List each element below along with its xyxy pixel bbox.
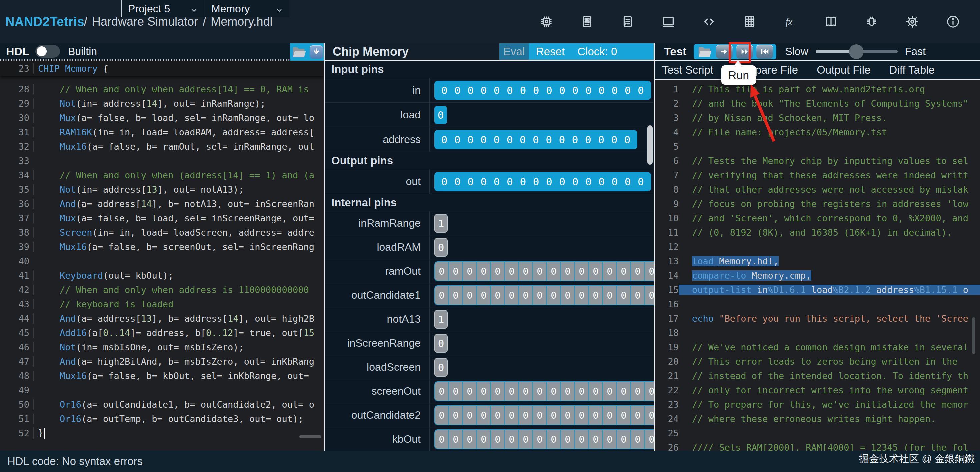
code-line[interactable]: 47 And(a= high2BitAnd, b= msbIsZero, out…: [0, 354, 324, 369]
code-line[interactable]: 20// This error leads to zeros being wri…: [655, 354, 980, 369]
code-line[interactable]: 51 Or16(a= outTemp, b= outCandidate3, ou…: [0, 412, 324, 426]
gear-icon[interactable]: [905, 14, 920, 29]
code-brackets-icon[interactable]: [702, 14, 717, 29]
bit[interactable]: 0: [611, 133, 617, 146]
code-line[interactable]: 4// File name: projects/05/Memory.tst: [655, 125, 980, 139]
code-line[interactable]: 50 Or16(a= outCandidate1, b= outCandidat…: [0, 397, 324, 412]
bit[interactable]: 0: [494, 84, 500, 96]
code-line[interactable]: 12: [655, 240, 980, 254]
code-line[interactable]: 6// Tests the Memory chip by inputting v…: [655, 154, 980, 168]
code-line[interactable]: 9// focus on probing the registers in ad…: [655, 197, 980, 211]
bit[interactable]: 0: [598, 84, 605, 96]
code-line[interactable]: 1// This file is part of www.nand2tetris…: [655, 82, 980, 96]
code-line[interactable]: 49: [0, 383, 324, 397]
open-test-folder-icon[interactable]: [697, 45, 713, 58]
code-line[interactable]: 24// where these erroneous writes might …: [655, 412, 980, 426]
code-line[interactable]: 30 Mux(a= false, b= load, sel= inRamRang…: [0, 111, 324, 125]
memory-card-icon[interactable]: [579, 14, 595, 29]
code-line[interactable]: 19// We've noticed a common design mista…: [655, 340, 980, 354]
download-hdl-button[interactable]: [310, 45, 323, 59]
bit[interactable]: 0: [546, 133, 552, 146]
pin-pill[interactable]: 0: [434, 106, 447, 124]
bit[interactable]: 0: [611, 84, 618, 96]
bit[interactable]: 0: [507, 133, 513, 146]
test-script-editor[interactable]: 1// This file is part of www.nand2tetris…: [655, 80, 980, 451]
code-line[interactable]: 22// only for incorrect writes into the …: [655, 383, 980, 397]
bit[interactable]: 0: [480, 133, 487, 146]
code-line[interactable]: 25: [655, 426, 980, 440]
code-line[interactable]: 43 // keyboard is loaded: [0, 297, 324, 311]
bit[interactable]: 0: [533, 133, 539, 146]
code-line[interactable]: 16: [655, 297, 980, 311]
test-scrollbar-thumb[interactable]: [972, 317, 975, 354]
pin-value-address[interactable]: 000000000000000: [434, 130, 637, 149]
pin-value-in[interactable]: 0000000000000000: [434, 81, 651, 100]
code-line[interactable]: 45 Add16(a[0..14]= address, b[0..12]= tr…: [0, 326, 324, 340]
pin-pill[interactable]: 0000000000000000: [434, 81, 651, 100]
monitor-icon[interactable]: [661, 14, 676, 29]
code-line[interactable]: 41 Keyboard(out= kbOut);: [0, 269, 324, 283]
bit[interactable]: 0: [598, 133, 605, 146]
hdl-builtin-toggle[interactable]: [35, 45, 60, 58]
code-line[interactable]: 37 Mux(a= false, b= load, sel= inScreenR…: [0, 211, 324, 225]
code-line[interactable]: 10// and 'Screen', which correspond to 0…: [655, 211, 980, 225]
code-line[interactable]: 8// that other addresses were not access…: [655, 182, 980, 197]
function-fx-icon[interactable]: fx: [783, 14, 798, 29]
code-line[interactable]: 7// verifying that these addresses were …: [655, 168, 980, 182]
bit[interactable]: 0: [585, 84, 592, 96]
code-line[interactable]: 31 RAM16K(in= in, load= loadRAM, address…: [0, 125, 324, 139]
info-icon[interactable]: [945, 14, 961, 29]
code-line[interactable]: 14compare-to Memory.cmp,: [655, 269, 980, 283]
grid-table-icon[interactable]: [742, 14, 757, 29]
code-line[interactable]: 34 // When and only when (address[14] ==…: [0, 168, 324, 182]
hdl-editor[interactable]: 23 CHIP Memory { 28 // When and only whe…: [0, 61, 324, 451]
bit[interactable]: 0: [559, 84, 565, 96]
bit[interactable]: 0: [493, 133, 500, 146]
bit[interactable]: 0: [638, 84, 644, 96]
bit[interactable]: 0: [467, 84, 474, 96]
speed-slider[interactable]: [816, 50, 898, 53]
open-folder-icon[interactable]: [292, 45, 307, 59]
code-line[interactable]: 13load Memory.hdl,: [655, 254, 980, 269]
code-line[interactable]: 48 Mux16(a= false, b= kbOut, sel= inKbRa…: [0, 369, 324, 383]
bit[interactable]: 0: [520, 84, 526, 96]
bit[interactable]: 0: [454, 133, 461, 146]
code-line[interactable]: 38 Screen(in= in, load= loadScreen, addr…: [0, 225, 324, 240]
tab-diff-table[interactable]: Diff Table: [889, 64, 935, 76]
code-line[interactable]: 40: [0, 254, 324, 269]
tab-test-script[interactable]: Test Script: [662, 64, 713, 76]
code-line[interactable]: 39 Mux16(a= false, b= screenOut, sel= in…: [0, 240, 324, 254]
pins-scrollbar-thumb[interactable]: [648, 126, 653, 165]
code-line[interactable]: 15output-list in%D1.6.1 load%B2.1.2 addr…: [655, 283, 980, 297]
code-line[interactable]: 36 And(a= address[14], b= notA13, out= i…: [0, 197, 324, 211]
code-line[interactable]: 42 // When and only when address is 1100…: [0, 283, 324, 297]
slider-thumb[interactable]: [849, 44, 864, 59]
reset-button[interactable]: Reset: [536, 45, 565, 58]
code-line[interactable]: 26//// Sets RAM[2000], RAM[4000] = 12345…: [655, 440, 980, 451]
code-line[interactable]: 52}: [0, 426, 324, 440]
code-line[interactable]: 23// To prepare for this, we've initiali…: [655, 397, 980, 412]
bit[interactable]: 0: [441, 133, 448, 146]
code-line[interactable]: 17echo "Before you run this script, sele…: [655, 311, 980, 326]
eval-button[interactable]: Eval: [500, 43, 529, 60]
code-line[interactable]: 11// (0, 8192 (8K), and 16385 (16K+1) in…: [655, 225, 980, 240]
bit[interactable]: 0: [467, 133, 474, 146]
clock-value[interactable]: Clock: 0: [578, 45, 617, 58]
open-book-icon[interactable]: [823, 14, 838, 29]
bit[interactable]: 0: [454, 84, 461, 96]
code-line[interactable]: 18: [655, 326, 980, 340]
code-line[interactable]: 3// by Nisan and Schocken, MIT Press.: [655, 111, 980, 125]
pin-value-load[interactable]: 0: [434, 106, 447, 124]
sticky-line[interactable]: 23 CHIP Memory {: [0, 61, 324, 76]
bit[interactable]: 0: [559, 133, 565, 146]
tab-output-file[interactable]: Output File: [817, 64, 870, 76]
bit[interactable]: 0: [572, 133, 578, 146]
bit[interactable]: 0: [507, 84, 513, 96]
brand-logo[interactable]: NAND2Tetris: [5, 0, 84, 43]
clipboard-list-icon[interactable]: [620, 14, 635, 29]
code-line[interactable]: 35 Not(in= address[13], out= notA13);: [0, 182, 324, 197]
bit[interactable]: 0: [625, 84, 631, 96]
bit[interactable]: 0: [624, 133, 631, 146]
bit[interactable]: 0: [572, 84, 579, 96]
cpu-chip-icon[interactable]: [539, 14, 554, 29]
